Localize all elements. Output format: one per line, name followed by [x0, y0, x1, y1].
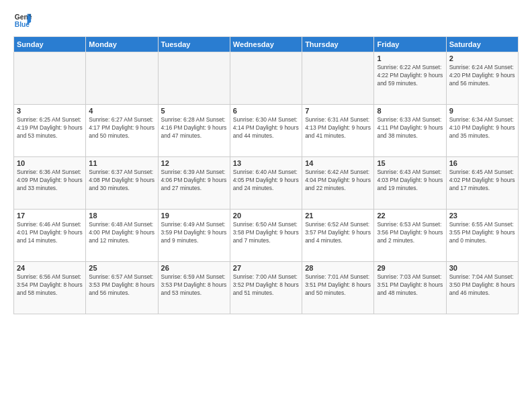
- calendar-week-row: 10Sunrise: 6:36 AM Sunset: 4:09 PM Dayli…: [14, 157, 519, 210]
- day-info: Sunrise: 6:59 AM Sunset: 3:53 PM Dayligh…: [161, 273, 227, 298]
- calendar-cell: 3Sunrise: 6:25 AM Sunset: 4:19 PM Daylig…: [14, 105, 86, 157]
- day-number: 28: [305, 264, 371, 272]
- calendar-cell: 13Sunrise: 6:40 AM Sunset: 4:05 PM Dayli…: [230, 157, 302, 210]
- day-info: Sunrise: 6:57 AM Sunset: 3:53 PM Dayligh…: [89, 273, 154, 298]
- day-number: 29: [377, 264, 443, 272]
- calendar-cell: 2Sunrise: 6:24 AM Sunset: 4:20 PM Daylig…: [446, 52, 518, 105]
- calendar-cell: 6Sunrise: 6:30 AM Sunset: 4:14 PM Daylig…: [230, 105, 302, 157]
- day-info: Sunrise: 6:52 AM Sunset: 3:57 PM Dayligh…: [305, 221, 371, 245]
- calendar-table: SundayMondayTuesdayWednesdayThursdayFrid…: [13, 36, 519, 314]
- day-info: Sunrise: 6:50 AM Sunset: 3:58 PM Dayligh…: [233, 221, 299, 245]
- calendar-cell: 20Sunrise: 6:50 AM Sunset: 3:58 PM Dayli…: [230, 210, 302, 262]
- calendar-cell: 10Sunrise: 6:36 AM Sunset: 4:09 PM Dayli…: [14, 157, 86, 210]
- day-number: 1: [377, 54, 443, 62]
- day-info: Sunrise: 6:49 AM Sunset: 3:59 PM Dayligh…: [161, 221, 227, 245]
- col-header-sunday: Sunday: [14, 37, 86, 52]
- day-info: Sunrise: 6:43 AM Sunset: 4:03 PM Dayligh…: [377, 169, 443, 193]
- col-header-friday: Friday: [374, 37, 446, 52]
- day-info: Sunrise: 6:39 AM Sunset: 4:06 PM Dayligh…: [161, 169, 227, 193]
- day-number: 13: [233, 159, 299, 167]
- calendar-cell: 17Sunrise: 6:46 AM Sunset: 4:01 PM Dayli…: [14, 210, 86, 262]
- calendar-cell: [230, 52, 302, 105]
- calendar-cell: 22Sunrise: 6:53 AM Sunset: 3:56 PM Dayli…: [374, 210, 446, 262]
- day-number: 2: [449, 54, 515, 62]
- day-info: Sunrise: 6:24 AM Sunset: 4:20 PM Dayligh…: [449, 64, 515, 88]
- day-number: 20: [233, 212, 299, 220]
- day-info: Sunrise: 6:27 AM Sunset: 4:17 PM Dayligh…: [89, 116, 154, 140]
- logo-icon: General Blue: [13, 11, 32, 30]
- calendar-cell: 23Sunrise: 6:55 AM Sunset: 3:55 PM Dayli…: [446, 210, 518, 262]
- col-header-thursday: Thursday: [302, 37, 374, 52]
- calendar-cell: 9Sunrise: 6:34 AM Sunset: 4:10 PM Daylig…: [446, 105, 518, 157]
- day-info: Sunrise: 6:48 AM Sunset: 4:00 PM Dayligh…: [89, 221, 154, 245]
- calendar-cell: 1Sunrise: 6:22 AM Sunset: 4:22 PM Daylig…: [374, 52, 446, 105]
- calendar-week-row: 24Sunrise: 6:56 AM Sunset: 3:54 PM Dayli…: [14, 262, 519, 314]
- calendar-week-row: 17Sunrise: 6:46 AM Sunset: 4:01 PM Dayli…: [14, 210, 519, 262]
- calendar-cell: 8Sunrise: 6:33 AM Sunset: 4:11 PM Daylig…: [374, 105, 446, 157]
- day-number: 17: [17, 212, 83, 220]
- calendar-cell: 30Sunrise: 7:04 AM Sunset: 3:50 PM Dayli…: [446, 262, 518, 314]
- calendar-header-row: SundayMondayTuesdayWednesdayThursdayFrid…: [14, 37, 519, 52]
- calendar-cell: 12Sunrise: 6:39 AM Sunset: 4:06 PM Dayli…: [158, 157, 230, 210]
- day-info: Sunrise: 6:36 AM Sunset: 4:09 PM Dayligh…: [17, 169, 83, 193]
- day-number: 12: [161, 159, 227, 167]
- day-info: Sunrise: 6:46 AM Sunset: 4:01 PM Dayligh…: [17, 221, 83, 245]
- day-info: Sunrise: 6:25 AM Sunset: 4:19 PM Dayligh…: [17, 116, 83, 140]
- day-info: Sunrise: 7:03 AM Sunset: 3:51 PM Dayligh…: [377, 273, 443, 298]
- day-info: Sunrise: 6:34 AM Sunset: 4:10 PM Dayligh…: [449, 116, 515, 140]
- day-number: 23: [449, 212, 515, 220]
- day-info: Sunrise: 7:04 AM Sunset: 3:50 PM Dayligh…: [449, 273, 515, 298]
- day-number: 21: [305, 212, 371, 220]
- page-header: General Blue: [13, 11, 519, 30]
- day-number: 5: [161, 107, 227, 115]
- day-number: 19: [161, 212, 227, 220]
- day-number: 9: [449, 107, 515, 115]
- day-info: Sunrise: 6:22 AM Sunset: 4:22 PM Dayligh…: [377, 64, 443, 88]
- day-info: Sunrise: 6:40 AM Sunset: 4:05 PM Dayligh…: [233, 169, 299, 193]
- calendar-cell: 27Sunrise: 7:00 AM Sunset: 3:52 PM Dayli…: [230, 262, 302, 314]
- day-number: 4: [89, 107, 154, 115]
- day-number: 25: [89, 264, 154, 272]
- col-header-monday: Monday: [86, 37, 158, 52]
- col-header-tuesday: Tuesday: [158, 37, 230, 52]
- calendar-cell: [14, 52, 86, 105]
- day-number: 18: [89, 212, 154, 220]
- calendar-cell: 16Sunrise: 6:45 AM Sunset: 4:02 PM Dayli…: [446, 157, 518, 210]
- day-number: 24: [17, 264, 83, 272]
- calendar-cell: [158, 52, 230, 105]
- day-info: Sunrise: 7:01 AM Sunset: 3:51 PM Dayligh…: [305, 273, 371, 298]
- day-info: Sunrise: 7:00 AM Sunset: 3:52 PM Dayligh…: [233, 273, 299, 298]
- calendar-cell: 4Sunrise: 6:27 AM Sunset: 4:17 PM Daylig…: [86, 105, 158, 157]
- calendar-cell: 14Sunrise: 6:42 AM Sunset: 4:04 PM Dayli…: [302, 157, 374, 210]
- calendar-week-row: 3Sunrise: 6:25 AM Sunset: 4:19 PM Daylig…: [14, 105, 519, 157]
- calendar-cell: 24Sunrise: 6:56 AM Sunset: 3:54 PM Dayli…: [14, 262, 86, 314]
- calendar-cell: [302, 52, 374, 105]
- calendar-cell: 11Sunrise: 6:37 AM Sunset: 4:08 PM Dayli…: [86, 157, 158, 210]
- col-header-saturday: Saturday: [446, 37, 518, 52]
- day-number: 11: [89, 159, 154, 167]
- day-info: Sunrise: 6:30 AM Sunset: 4:14 PM Dayligh…: [233, 116, 299, 140]
- day-info: Sunrise: 6:37 AM Sunset: 4:08 PM Dayligh…: [89, 169, 154, 193]
- day-info: Sunrise: 6:31 AM Sunset: 4:13 PM Dayligh…: [305, 116, 371, 140]
- day-info: Sunrise: 6:45 AM Sunset: 4:02 PM Dayligh…: [449, 169, 515, 193]
- day-info: Sunrise: 6:55 AM Sunset: 3:55 PM Dayligh…: [449, 221, 515, 245]
- col-header-wednesday: Wednesday: [230, 37, 302, 52]
- day-number: 10: [17, 159, 83, 167]
- calendar-cell: 18Sunrise: 6:48 AM Sunset: 4:00 PM Dayli…: [86, 210, 158, 262]
- calendar-cell: 5Sunrise: 6:28 AM Sunset: 4:16 PM Daylig…: [158, 105, 230, 157]
- day-info: Sunrise: 6:33 AM Sunset: 4:11 PM Dayligh…: [377, 116, 443, 140]
- day-info: Sunrise: 6:53 AM Sunset: 3:56 PM Dayligh…: [377, 221, 443, 245]
- day-info: Sunrise: 6:56 AM Sunset: 3:54 PM Dayligh…: [17, 273, 83, 298]
- calendar-cell: 29Sunrise: 7:03 AM Sunset: 3:51 PM Dayli…: [374, 262, 446, 314]
- logo: General Blue: [13, 11, 35, 30]
- day-info: Sunrise: 6:42 AM Sunset: 4:04 PM Dayligh…: [305, 169, 371, 193]
- calendar-cell: 28Sunrise: 7:01 AM Sunset: 3:51 PM Dayli…: [302, 262, 374, 314]
- calendar-cell: [86, 52, 158, 105]
- calendar-week-row: 1Sunrise: 6:22 AM Sunset: 4:22 PM Daylig…: [14, 52, 519, 105]
- day-number: 30: [449, 264, 515, 272]
- calendar-cell: 19Sunrise: 6:49 AM Sunset: 3:59 PM Dayli…: [158, 210, 230, 262]
- day-number: 7: [305, 107, 371, 115]
- calendar-cell: 7Sunrise: 6:31 AM Sunset: 4:13 PM Daylig…: [302, 105, 374, 157]
- day-number: 8: [377, 107, 443, 115]
- calendar-cell: 26Sunrise: 6:59 AM Sunset: 3:53 PM Dayli…: [158, 262, 230, 314]
